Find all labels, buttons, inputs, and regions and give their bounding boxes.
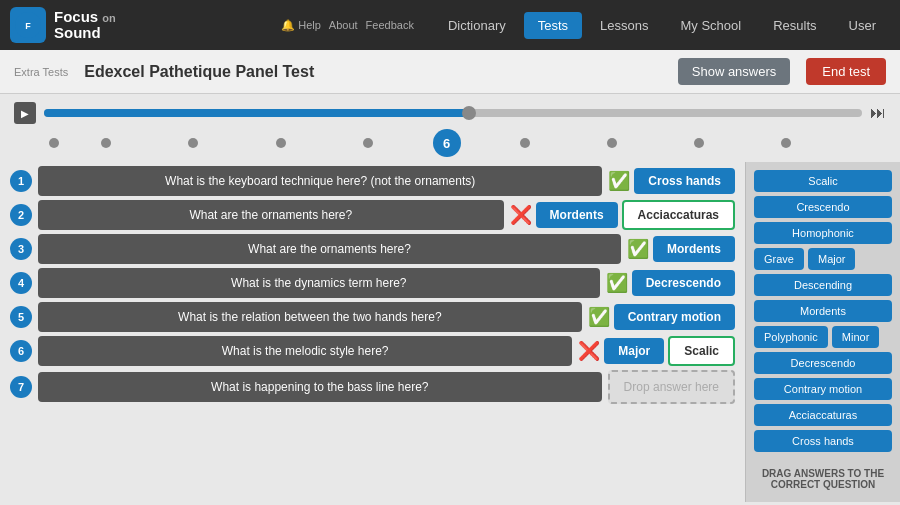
q-text-2: What are the ornaments here? <box>38 200 504 230</box>
markers-row: 6 <box>14 128 886 158</box>
feedback-link[interactable]: Feedback <box>366 19 414 32</box>
nav-my-school[interactable]: My School <box>666 12 755 39</box>
marker-2[interactable] <box>101 138 111 148</box>
nav-results[interactable]: Results <box>759 12 830 39</box>
answer-area-7: Drop answer here <box>608 370 735 404</box>
question-row-4: 4 What is the dynamics term here? ✅ Decr… <box>10 268 735 298</box>
q-text-1: What is the keyboard technique here? (no… <box>38 166 602 196</box>
q-number-7: 7 <box>10 376 32 398</box>
main-content: 1 What is the keyboard technique here? (… <box>0 162 900 502</box>
q-text-4: What is the dynamics term here? <box>38 268 600 298</box>
chip-scalic[interactable]: Scalic <box>754 170 892 192</box>
end-test-button[interactable]: End test <box>806 58 886 85</box>
chip-minor[interactable]: Minor <box>832 326 880 348</box>
question-row-6: 6 What is the melodic style here? ❌ Majo… <box>10 336 735 366</box>
question-row-7: 7 What is happening to the bass line her… <box>10 370 735 404</box>
logo-icon: F <box>10 7 46 43</box>
marker-4[interactable] <box>276 138 286 148</box>
q-number-4: 4 <box>10 272 32 294</box>
logo-text: Focus onSound <box>54 9 116 42</box>
answer-area-1: ✅ Cross hands <box>608 168 735 194</box>
top-right-links: 🔔 Help About Feedback <box>281 19 414 32</box>
chip-contrary-motion[interactable]: Contrary motion <box>754 378 892 400</box>
marker-5[interactable] <box>363 138 373 148</box>
about-link[interactable]: About <box>329 19 358 32</box>
marker-9[interactable] <box>694 138 704 148</box>
nav-tests[interactable]: Tests <box>524 12 582 39</box>
logo-area: F Focus onSound <box>10 7 116 43</box>
top-nav: F Focus onSound 🔔 Help About Feedback Di… <box>0 0 900 50</box>
show-answers-button[interactable]: Show answers <box>678 58 791 85</box>
q-number-2: 2 <box>10 204 32 226</box>
nav-lessons[interactable]: Lessons <box>586 12 662 39</box>
answer-tag-4[interactable]: Decrescendo <box>632 270 735 296</box>
nav-dictionary[interactable]: Dictionary <box>434 12 520 39</box>
correct-answer-6: Scalic <box>668 336 735 366</box>
q-number-5: 5 <box>10 306 32 328</box>
nav-links: Dictionary Tests Lessons My School Resul… <box>434 12 890 39</box>
correct-icon-4: ✅ <box>606 272 628 294</box>
extra-tests-label: Extra Tests <box>14 66 68 78</box>
marker-7[interactable] <box>520 138 530 148</box>
drop-zone-7[interactable]: Drop answer here <box>608 370 735 404</box>
q-text-6: What is the melodic style here? <box>38 336 572 366</box>
chip-cross-hands[interactable]: Cross hands <box>754 430 892 452</box>
nav-user[interactable]: User <box>835 12 890 39</box>
svg-text:F: F <box>25 21 31 31</box>
answer-tag-3[interactable]: Mordents <box>653 236 735 262</box>
answer-tag-5[interactable]: Contrary motion <box>614 304 735 330</box>
answer-area-4: ✅ Decrescendo <box>606 270 735 296</box>
answer-area-2: ❌ Mordents Acciaccaturas <box>510 200 735 230</box>
progress-bar-track[interactable] <box>44 109 862 117</box>
marker-6[interactable]: 6 <box>433 129 461 157</box>
skip-button[interactable]: ⏭ <box>870 104 886 122</box>
q-text-7: What is happening to the bass line here? <box>38 372 602 402</box>
answer-area-6: ❌ Major Scalic <box>578 336 735 366</box>
chip-acciaccaturas[interactable]: Acciaccaturas <box>754 404 892 426</box>
drag-hint: DRAG ANSWERS TO THE CORRECT QUESTION <box>754 464 892 494</box>
answer-tag-1[interactable]: Cross hands <box>634 168 735 194</box>
q-text-5: What is the relation between the two han… <box>38 302 582 332</box>
question-row-2: 2 What are the ornaments here? ❌ Mordent… <box>10 200 735 230</box>
chip-mordents[interactable]: Mordents <box>754 300 892 322</box>
answer-tag-2[interactable]: Mordents <box>536 202 618 228</box>
answer-area-3: ✅ Mordents <box>627 236 735 262</box>
marker-8[interactable] <box>607 138 617 148</box>
sub-header: Extra Tests Edexcel Pathetique Panel Tes… <box>0 50 900 94</box>
test-title: Edexcel Pathetique Panel Test <box>84 63 314 81</box>
help-link[interactable]: 🔔 Help <box>281 19 321 32</box>
question-row-5: 5 What is the relation between the two h… <box>10 302 735 332</box>
progress-thumb <box>462 106 476 120</box>
question-row-1: 1 What is the keyboard technique here? (… <box>10 166 735 196</box>
marker-10[interactable] <box>781 138 791 148</box>
play-button[interactable]: ▶ <box>14 102 36 124</box>
correct-answer-2: Acciaccaturas <box>622 200 735 230</box>
chip-polyphonic[interactable]: Polyphonic <box>754 326 828 348</box>
chip-crescendo[interactable]: Crescendo <box>754 196 892 218</box>
answer-area-5: ✅ Contrary motion <box>588 304 735 330</box>
wrong-icon-6: ❌ <box>578 340 600 362</box>
marker-3[interactable] <box>188 138 198 148</box>
progress-bar-fill <box>44 109 469 117</box>
chip-major[interactable]: Major <box>808 248 856 270</box>
audio-bar: ▶ ⏭ 6 <box>0 94 900 162</box>
q-number-1: 1 <box>10 170 32 192</box>
correct-icon-1: ✅ <box>608 170 630 192</box>
answer-tag-6[interactable]: Major <box>604 338 664 364</box>
correct-icon-3: ✅ <box>627 238 649 260</box>
q-number-3: 3 <box>10 238 32 260</box>
chip-homophonic[interactable]: Homophonic <box>754 222 892 244</box>
wrong-icon-2: ❌ <box>510 204 532 226</box>
correct-icon-5: ✅ <box>588 306 610 328</box>
questions-area: 1 What is the keyboard technique here? (… <box>0 162 745 502</box>
chip-descending[interactable]: Descending <box>754 274 892 296</box>
marker-1[interactable] <box>49 138 59 148</box>
question-row-3: 3 What are the ornaments here? ✅ Mordent… <box>10 234 735 264</box>
q-text-3: What are the ornaments here? <box>38 234 621 264</box>
q-number-6: 6 <box>10 340 32 362</box>
audio-controls: ▶ ⏭ <box>14 102 886 124</box>
chip-decrescendo[interactable]: Decrescendo <box>754 352 892 374</box>
chip-grave[interactable]: Grave <box>754 248 804 270</box>
right-panel: Scalic Crescendo Homophonic Grave Major … <box>745 162 900 502</box>
